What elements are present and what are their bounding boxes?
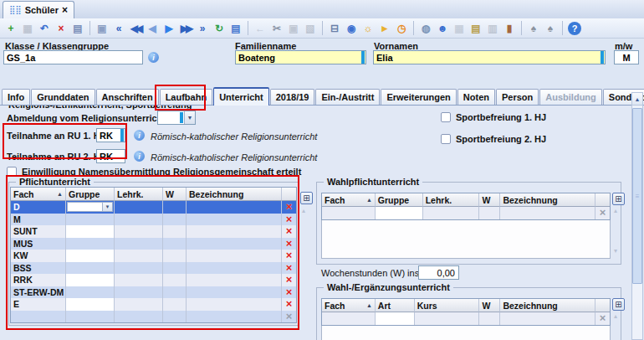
table-row[interactable]: × <box>11 311 296 323</box>
table-cell[interactable] <box>376 207 423 219</box>
delete-row-icon[interactable]: × <box>286 299 293 309</box>
delete-row-icon[interactable]: × <box>286 214 293 224</box>
table-cell[interactable] <box>66 214 115 226</box>
tab-noten[interactable]: Noten <box>457 89 495 105</box>
table-cell[interactable] <box>163 201 187 214</box>
delete-row-icon[interactable]: × <box>286 226 293 236</box>
table-cell[interactable] <box>322 312 376 325</box>
pflichtunterricht-table[interactable]: Fach▲GruppeLehrk.WBezeichnungD▼×M×SUNT×M… <box>10 187 297 323</box>
delete-row-icon[interactable]: × <box>286 287 293 297</box>
tab-unterricht[interactable]: Unterricht <box>213 87 269 106</box>
vornamen-input[interactable] <box>373 50 606 64</box>
fach-cell[interactable]: MUS <box>11 238 66 250</box>
table-cell[interactable] <box>115 201 163 214</box>
column-header-kurs[interactable]: Kurs <box>415 299 480 312</box>
prev-page-icon[interactable]: ◀◀ <box>128 20 144 36</box>
table-row[interactable]: BSS× <box>11 262 296 275</box>
tab-grunddaten[interactable]: Grunddaten <box>31 89 95 105</box>
first-record-icon[interactable]: « <box>111 20 127 36</box>
prev-record-icon[interactable]: ◀ <box>145 20 161 36</box>
table-cell[interactable] <box>66 225 115 238</box>
table-cell[interactable] <box>115 298 163 311</box>
list-view-icon[interactable]: ▤ <box>228 20 244 36</box>
hint-lightbulb-icon[interactable]: ☼ <box>360 20 376 36</box>
web-export-icon[interactable]: ◍ <box>418 20 434 36</box>
tab-ein-austritt[interactable]: Ein-/Austritt <box>315 89 380 105</box>
ru1-info-icon[interactable]: i <box>134 130 145 141</box>
scrollbar-thumb[interactable]: ≡ <box>632 108 642 284</box>
table-cell[interactable] <box>187 274 282 286</box>
table-cell[interactable] <box>66 250 115 262</box>
next-page-icon[interactable]: ▶▶ <box>178 20 194 36</box>
table-row[interactable]: × <box>322 312 610 325</box>
table-cell[interactable] <box>163 262 187 275</box>
table-cell[interactable] <box>66 238 115 250</box>
table-cell[interactable] <box>187 238 282 250</box>
column-header-bezeichnung[interactable]: Bezeichnung <box>187 188 282 201</box>
table-header-row[interactable]: Fach▲GruppeLehrk.WBezeichnung <box>322 193 610 207</box>
tab-2018-19[interactable]: 2018/19 <box>270 89 315 105</box>
ru2-input[interactable] <box>96 149 125 163</box>
table-cell[interactable] <box>11 311 66 323</box>
last-record-icon[interactable]: » <box>195 20 211 36</box>
tab-info[interactable]: Info <box>2 89 30 105</box>
table-cell[interactable] <box>163 225 187 238</box>
address-book-icon[interactable]: ▮ <box>502 20 518 36</box>
print-icon[interactable]: ⊟ <box>327 20 343 36</box>
table-cell[interactable] <box>500 312 595 325</box>
table-row[interactable]: SUNT× <box>11 225 296 238</box>
undo-icon[interactable]: ↶ <box>37 20 53 36</box>
delete-row-icon[interactable]: × <box>286 263 293 273</box>
table-cell[interactable] <box>115 286 163 299</box>
column-header-fach[interactable]: Fach▲ <box>322 299 376 312</box>
column-header-w[interactable]: W <box>479 299 500 312</box>
table-cell[interactable] <box>479 207 500 219</box>
notification-horn-icon[interactable]: ► <box>377 20 393 36</box>
table-cell[interactable] <box>163 274 187 286</box>
table-cell[interactable] <box>66 262 115 275</box>
klasse-input[interactable] <box>3 50 143 64</box>
delete-record-icon[interactable]: × <box>54 20 69 36</box>
table-cell[interactable] <box>187 250 282 262</box>
table-row[interactable]: M× <box>11 214 296 226</box>
table-row[interactable]: D▼× <box>11 201 296 214</box>
table-cell[interactable] <box>115 250 163 262</box>
table-cell[interactable] <box>115 225 163 238</box>
table-row[interactable]: MUS× <box>11 238 296 250</box>
table-cell[interactable] <box>163 238 187 250</box>
next-record-icon[interactable]: ▶ <box>161 20 177 36</box>
fach-cell[interactable]: BSS <box>11 262 66 275</box>
ergaenzung-grid-settings-button[interactable]: ⊞ <box>612 298 625 311</box>
delete-row-icon[interactable]: × <box>286 275 293 285</box>
table-header-row[interactable]: Fach▲GruppeLehrk.WBezeichnung <box>11 188 296 201</box>
fach-cell[interactable]: D <box>11 201 66 214</box>
delete-row-icon[interactable]: × <box>286 239 293 249</box>
table-cell[interactable] <box>376 312 415 325</box>
fach-cell[interactable]: E <box>11 298 66 311</box>
table-cell[interactable] <box>115 262 163 275</box>
wahlpflicht-scroll-down-icon[interactable]: ▾ <box>614 247 617 255</box>
tab-erweiterungen[interactable]: Erweiterungen <box>381 89 456 105</box>
wahlpflicht-scroll-up-icon[interactable]: ▴ <box>614 207 617 214</box>
table-cell[interactable] <box>187 225 282 238</box>
copy-record-icon[interactable]: ▣ <box>95 20 110 36</box>
edit-form-icon[interactable]: ▤ <box>70 20 86 36</box>
column-header-gruppe[interactable]: Gruppe <box>376 193 423 207</box>
sportbefreiung1-checkbox[interactable] <box>441 112 451 122</box>
scroll-up-arrow-icon[interactable]: ▲ <box>632 93 642 106</box>
table-cell[interactable] <box>163 286 187 299</box>
cut-icon[interactable]: ✂ <box>269 20 285 36</box>
chevron-down-icon[interactable]: ▼ <box>102 203 112 211</box>
wochenstunden-input[interactable] <box>419 266 458 279</box>
delete-row-icon[interactable]: × <box>286 250 293 260</box>
gruppe-combobox[interactable]: ▼ <box>67 202 113 212</box>
fach-cell[interactable]: RRK <box>11 274 66 286</box>
help-icon[interactable]: ? <box>568 22 581 35</box>
table-cell[interactable] <box>479 312 500 325</box>
vertical-scrollbar[interactable]: ▲ ≡ <box>631 92 643 340</box>
gray-arrow-icon-2[interactable]: ♠ <box>543 20 559 36</box>
table-cell[interactable] <box>115 214 163 226</box>
wahlpflichtunterricht-table[interactable]: Fach▲GruppeLehrk.WBezeichnung× <box>321 193 611 220</box>
ru2-info-icon[interactable]: i <box>134 151 145 162</box>
column-header-fach[interactable]: Fach▲ <box>322 193 376 207</box>
